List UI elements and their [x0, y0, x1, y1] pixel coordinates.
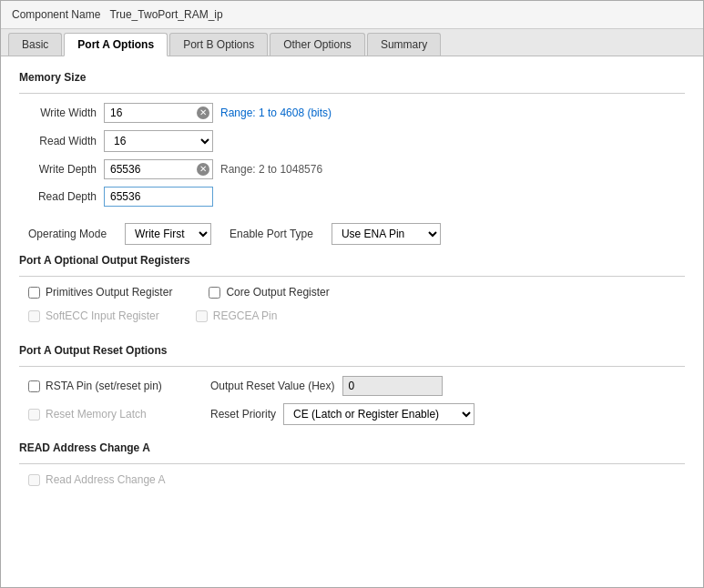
- read-width-row: Read Width 16: [19, 130, 685, 152]
- read-width-label: Read Width: [19, 135, 97, 147]
- component-name-label: Component Name: [12, 8, 100, 21]
- write-depth-row: Write Depth ✕ Range: 2 to 1048576: [19, 159, 685, 179]
- registers-row2: SoftECC Input Register REGCEA Pin: [28, 309, 685, 328]
- rsta-pin-left: RSTA Pin (set/reset pin): [28, 380, 192, 392]
- port-a-output-reset-options-title: Port A Output Reset Options: [19, 344, 685, 357]
- optional-registers: Primitives Output Register Core Output R…: [19, 286, 685, 328]
- read-address-change-a-label: Read Address Change A: [46, 473, 165, 486]
- primitives-output-register-checkbox[interactable]: [28, 287, 40, 299]
- reset-memory-latch-checkbox[interactable]: [28, 409, 40, 421]
- port-a-optional-output-registers-section: Port A Optional Output Registers Primiti…: [19, 254, 685, 328]
- read-address-change-a-checkbox[interactable]: [28, 474, 40, 486]
- reset-row2: Reset Memory Latch Reset Priority CE (La…: [28, 403, 685, 425]
- read-depth-row: Read Depth: [19, 187, 685, 207]
- reset-memory-latch-label: Reset Memory Latch: [46, 408, 147, 421]
- port-a-output-reset-options-section: Port A Output Reset Options RSTA Pin (se…: [19, 344, 685, 425]
- output-reset-value-input[interactable]: [342, 376, 443, 396]
- reset-priority-right: Reset Priority CE (Latch or Register Ena…: [210, 403, 474, 425]
- read-address-change-a-title: READ Address Change A: [19, 441, 685, 454]
- rsta-pin-checkbox[interactable]: [28, 380, 40, 392]
- enable-port-type-label: Enable Port Type: [230, 228, 313, 240]
- core-output-register-checkbox[interactable]: [209, 287, 220, 299]
- output-reset-value-label: Output Reset Value (Hex): [210, 380, 335, 392]
- main-content: Memory Size Write Width ✕ Range: 1 to 46…: [1, 56, 703, 517]
- write-depth-label: Write Depth: [19, 163, 97, 176]
- component-name-bar: Component Name True_TwoPort_RAM_ip: [1, 1, 703, 29]
- write-depth-clear-btn[interactable]: ✕: [197, 163, 209, 176]
- write-width-clear-btn[interactable]: ✕: [197, 106, 209, 119]
- write-width-label: Write Width: [19, 106, 97, 119]
- tab-port-b-options[interactable]: Port B Options: [169, 33, 268, 56]
- reset-memory-latch-left: Reset Memory Latch: [28, 408, 192, 421]
- regcea-pin-checkbox[interactable]: [196, 310, 208, 322]
- output-reset-value-right: Output Reset Value (Hex): [210, 376, 443, 396]
- reset-row1: RSTA Pin (set/reset pin) Output Reset Va…: [28, 376, 685, 396]
- regcea-pin-label: REGCEA Pin: [213, 309, 278, 322]
- tabs-bar: Basic Port A Options Port B Options Othe…: [1, 29, 703, 56]
- read-depth-input[interactable]: [104, 187, 213, 207]
- primitives-output-register-row: Primitives Output Register: [28, 286, 172, 299]
- enable-port-type-select[interactable]: Use ENA Pin Always Enabled: [332, 223, 441, 245]
- component-name-value: True_TwoPort_RAM_ip: [109, 8, 222, 21]
- reset-options: RSTA Pin (set/reset pin) Output Reset Va…: [19, 376, 685, 425]
- operating-mode-select[interactable]: Write First Read First No Change: [125, 223, 211, 245]
- write-width-input-wrapper: ✕: [104, 103, 213, 123]
- rsta-pin-label: RSTA Pin (set/reset pin): [46, 380, 162, 392]
- regcea-pin-row: REGCEA Pin: [196, 309, 278, 322]
- softECC-input-register-checkbox[interactable]: [28, 310, 40, 322]
- read-width-select[interactable]: 16: [104, 130, 213, 152]
- main-window: Component Name True_TwoPort_RAM_ip Basic…: [0, 0, 704, 588]
- primitives-output-register-label: Primitives Output Register: [46, 286, 172, 299]
- tab-port-a-options[interactable]: Port A Options: [64, 33, 168, 56]
- write-depth-hint: Range: 2 to 1048576: [220, 163, 322, 176]
- operating-mode-row: Operating Mode Write First Read First No…: [19, 223, 685, 245]
- write-width-hint: Range: 1 to 4608 (bits): [220, 106, 332, 119]
- operating-mode-label: Operating Mode: [28, 228, 107, 240]
- tab-other-options[interactable]: Other Options: [270, 33, 365, 56]
- write-depth-input-wrapper: ✕: [104, 159, 213, 179]
- softECC-input-register-label: SoftECC Input Register: [46, 309, 159, 322]
- softECC-input-register-row: SoftECC Input Register: [28, 309, 159, 322]
- read-depth-label: Read Depth: [19, 190, 97, 203]
- tab-summary[interactable]: Summary: [367, 33, 441, 56]
- port-a-optional-output-registers-title: Port A Optional Output Registers: [19, 254, 685, 267]
- read-address-section: Read Address Change A: [19, 473, 685, 486]
- reset-priority-select[interactable]: CE (Latch or Register Enable) SR (Set/Re…: [283, 403, 474, 425]
- core-output-register-row: Core Output Register: [209, 286, 329, 299]
- core-output-register-label: Core Output Register: [226, 286, 329, 299]
- memory-size-title: Memory Size: [19, 71, 685, 84]
- registers-row1: Primitives Output Register Core Output R…: [28, 286, 685, 304]
- read-address-change-a-row: Read Address Change A: [28, 473, 685, 486]
- memory-size-section: Memory Size Write Width ✕ Range: 1 to 46…: [19, 71, 685, 207]
- write-width-row: Write Width ✕ Range: 1 to 4608 (bits): [19, 103, 685, 123]
- read-address-change-a-section: READ Address Change A Read Address Chang…: [19, 441, 685, 486]
- tab-basic[interactable]: Basic: [8, 33, 62, 56]
- reset-priority-label: Reset Priority: [210, 408, 276, 421]
